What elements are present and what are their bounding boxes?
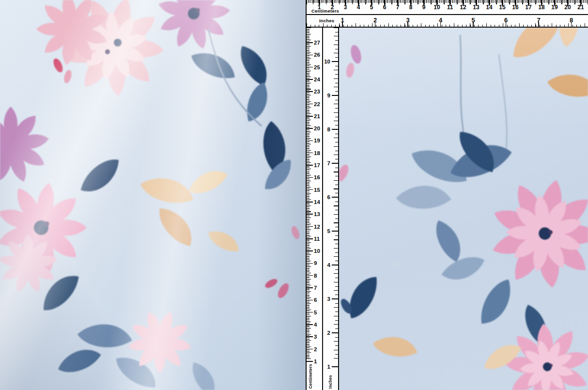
horizontal-centimeters-label: Centimeters xyxy=(311,8,339,14)
vertical-centimeters-label: Centimeters xyxy=(308,364,313,389)
cm-major-tick xyxy=(307,202,313,203)
cm-number: 9 xyxy=(314,260,317,266)
inch-number: 8 xyxy=(327,126,330,132)
inch-number: 5 xyxy=(327,228,330,234)
cm-number: 1 xyxy=(318,4,321,11)
inch-number: 3 xyxy=(327,296,330,302)
cm-number: 26 xyxy=(314,52,320,58)
cm-number: 16 xyxy=(512,4,518,11)
inch-number: 3 xyxy=(406,16,409,24)
v-cm-scale: 2726252423222120191817161514131211109876… xyxy=(307,28,322,390)
cm-major-tick xyxy=(307,275,313,276)
inch-major-tick xyxy=(332,163,338,164)
cm-major-tick xyxy=(307,67,313,68)
inch-major-tick xyxy=(332,265,338,265)
cm-major-tick xyxy=(307,263,313,264)
cm-number: 27 xyxy=(314,40,320,46)
cm-major-tick xyxy=(307,189,313,190)
cm-number: 7 xyxy=(396,4,400,11)
cm-number: 19 xyxy=(314,138,320,143)
cm-major-tick xyxy=(307,361,313,362)
inch-number: 8 xyxy=(570,16,573,24)
inch-number: 1 xyxy=(327,364,330,370)
inch-number: 4 xyxy=(327,262,330,268)
cm-major-tick xyxy=(307,153,313,154)
inch-major-tick xyxy=(332,332,338,333)
cm-number: 14 xyxy=(314,199,320,205)
inch-major-tick xyxy=(332,129,338,130)
cm-number: 18 xyxy=(314,150,320,156)
inch-number: 9 xyxy=(327,93,330,98)
cm-number: 15 xyxy=(314,187,320,193)
inch-number: 2 xyxy=(373,16,377,24)
cm-major-tick xyxy=(307,226,313,227)
cm-number: 11 xyxy=(314,236,320,242)
horizontal-inches-label: Inches xyxy=(319,18,334,23)
cm-number: 13 xyxy=(473,4,479,11)
cm-number: 24 xyxy=(314,77,320,82)
floral-print-draped-illustration xyxy=(0,0,306,390)
cm-major-tick xyxy=(307,238,313,239)
horizontal-ruler: Centimeters 1234567891011121314151617181… xyxy=(306,0,588,28)
cm-number: 6 xyxy=(314,297,317,303)
cm-number: 4 xyxy=(357,4,360,11)
cm-number: 8 xyxy=(314,273,317,279)
cm-major-tick xyxy=(307,214,313,215)
cm-major-tick xyxy=(307,128,313,129)
cm-major-tick xyxy=(307,91,313,92)
cm-number: 9 xyxy=(422,4,426,11)
h-inch-scale: Inches 12345678 xyxy=(307,14,588,28)
inch-major-tick xyxy=(332,95,338,96)
cm-number: 19 xyxy=(551,4,557,11)
cm-number: 3 xyxy=(314,334,317,340)
cm-number: 16 xyxy=(314,174,320,180)
floral-motifs xyxy=(0,0,301,390)
cm-number: 7 xyxy=(314,285,317,291)
cm-number: 20 xyxy=(564,4,571,11)
vertical-ruler: 2726252423222120191817161514131211109876… xyxy=(306,28,339,390)
cm-number: 4 xyxy=(314,322,317,328)
cm-major-tick xyxy=(307,42,313,43)
cm-major-tick xyxy=(307,165,313,166)
cm-number: 20 xyxy=(314,125,320,131)
cm-number: 25 xyxy=(314,64,320,70)
inch-major-tick xyxy=(332,366,338,367)
floral-print-flat-illustration xyxy=(339,28,588,390)
inch-number: 1 xyxy=(340,16,344,24)
inch-number: 6 xyxy=(327,194,330,200)
cm-number: 21 xyxy=(314,113,320,119)
inch-number: 2 xyxy=(327,330,330,336)
inch-eighth-ticks xyxy=(335,28,338,360)
inch-major-tick xyxy=(332,61,338,62)
cm-major-tick xyxy=(307,104,313,105)
inch-major-tick xyxy=(332,197,338,198)
cm-number: 10 xyxy=(314,248,320,254)
cm-number: 6 xyxy=(383,4,387,11)
inch-number: 4 xyxy=(439,16,442,24)
v-inch-scale: 10987654321 xyxy=(323,28,338,390)
inch-number: 7 xyxy=(537,16,540,24)
inch-number: 5 xyxy=(471,16,475,24)
cm-major-tick xyxy=(307,312,313,313)
inch-number: 7 xyxy=(327,160,330,166)
cm-number: 14 xyxy=(486,4,492,11)
cm-number: 18 xyxy=(538,4,544,11)
cm-major-tick xyxy=(307,324,313,325)
cm-number: 5 xyxy=(370,4,373,11)
inch-number: 10 xyxy=(324,59,330,64)
inch-major-tick xyxy=(332,231,338,232)
fabric-listing-photo: Centimeters 1234567891011121314151617181… xyxy=(0,0,588,390)
cm-number: 10 xyxy=(433,4,440,11)
cm-millimeter-ticks xyxy=(307,0,588,3)
cm-major-tick xyxy=(307,250,313,251)
floral-motifs xyxy=(339,28,588,390)
cm-major-tick xyxy=(307,79,313,80)
inch-eighth-ticks xyxy=(307,25,588,28)
cm-major-tick xyxy=(307,300,313,301)
cm-millimeter-ticks xyxy=(307,28,309,360)
inch-number: 6 xyxy=(504,16,508,24)
cm-number: 5 xyxy=(314,310,317,315)
cm-number: 8 xyxy=(409,4,413,11)
cm-number: 22 xyxy=(314,101,320,107)
cm-number: 2 xyxy=(331,4,334,11)
